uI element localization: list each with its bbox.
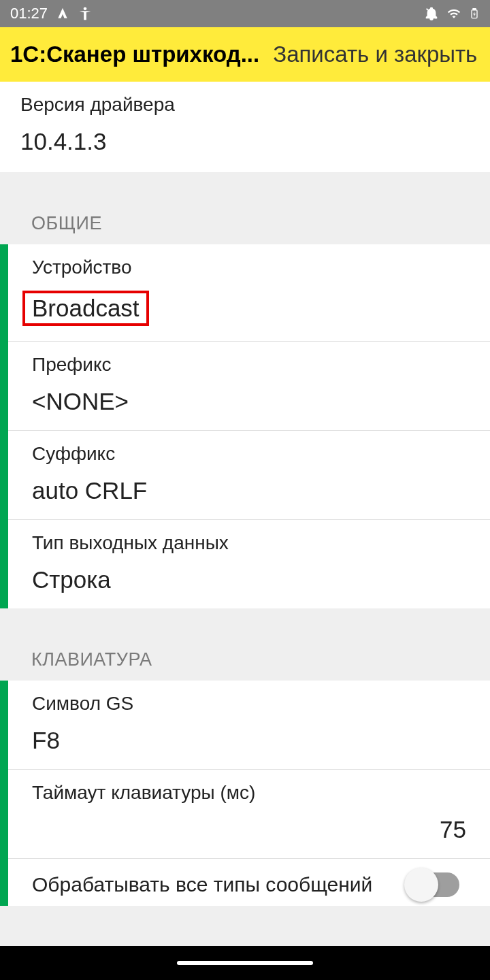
notification-off-icon bbox=[424, 6, 439, 21]
section-general: Устройство Broadcast Префикс <NONE> Суфф… bbox=[0, 244, 490, 608]
navigation-bar bbox=[0, 946, 490, 980]
toggle-switch[interactable] bbox=[405, 872, 459, 897]
setting-timeout[interactable]: Таймаут клавиатуры (мс) 75 bbox=[8, 770, 490, 859]
setting-prefix-value: <NONE> bbox=[32, 388, 466, 415]
section-keyboard: Символ GS F8 Таймаут клавиатуры (мс) 75 … bbox=[0, 681, 490, 906]
setting-process-all-label: Обрабатывать все типы сообщений bbox=[32, 871, 405, 899]
artrix-icon bbox=[56, 7, 69, 20]
status-time: 01:27 bbox=[10, 5, 48, 22]
setting-device-label: Устройство bbox=[32, 257, 466, 278]
battery-charging-icon bbox=[469, 6, 480, 21]
setting-device[interactable]: Устройство Broadcast bbox=[8, 244, 490, 342]
toggle-knob bbox=[404, 868, 438, 902]
accessibility-icon bbox=[78, 6, 93, 21]
setting-suffix-value: auto CRLF bbox=[32, 477, 466, 504]
setting-device-value: Broadcast bbox=[22, 291, 149, 326]
content-area: Версия драйвера 10.4.1.3 ОБЩИЕ Устройств… bbox=[0, 82, 490, 946]
section-header-general: ОБЩИЕ bbox=[0, 172, 490, 244]
status-right bbox=[424, 6, 480, 21]
wifi-icon bbox=[446, 7, 462, 20]
driver-version-value: 10.4.1.3 bbox=[20, 128, 470, 155]
section-header-keyboard: КЛАВИАТУРА bbox=[0, 608, 490, 681]
setting-prefix-label: Префикс bbox=[32, 354, 466, 376]
driver-version-label: Версия драйвера bbox=[20, 94, 470, 116]
setting-gs-symbol-label: Символ GS bbox=[32, 693, 466, 715]
setting-suffix-label: Суффикс bbox=[32, 443, 466, 465]
setting-gs-symbol[interactable]: Символ GS F8 bbox=[8, 681, 490, 770]
svg-point-0 bbox=[84, 7, 87, 10]
home-handle[interactable] bbox=[177, 961, 313, 965]
setting-timeout-label: Таймаут клавиатуры (мс) bbox=[32, 782, 466, 804]
setting-suffix[interactable]: Суффикс auto CRLF bbox=[8, 431, 490, 520]
status-left: 01:27 bbox=[10, 5, 93, 22]
setting-output-type-value: Строка bbox=[32, 566, 466, 593]
setting-output-type[interactable]: Тип выходных данных Строка bbox=[8, 520, 490, 608]
svg-rect-2 bbox=[473, 9, 476, 10]
setting-gs-symbol-value: F8 bbox=[32, 727, 466, 754]
setting-output-type-label: Тип выходных данных bbox=[32, 532, 466, 554]
setting-process-all[interactable]: Обрабатывать все типы сообщений bbox=[8, 859, 490, 906]
driver-version-block: Версия драйвера 10.4.1.3 bbox=[0, 82, 490, 172]
save-and-close-button[interactable]: Записать и закрыть bbox=[273, 42, 477, 67]
status-bar: 01:27 bbox=[0, 0, 490, 27]
app-title: 1С:Сканер штрихкод... bbox=[10, 42, 259, 67]
setting-timeout-value: 75 bbox=[32, 816, 466, 843]
app-header: 1С:Сканер штрихкод... Записать и закрыть bbox=[0, 27, 490, 82]
setting-prefix[interactable]: Префикс <NONE> bbox=[8, 342, 490, 431]
